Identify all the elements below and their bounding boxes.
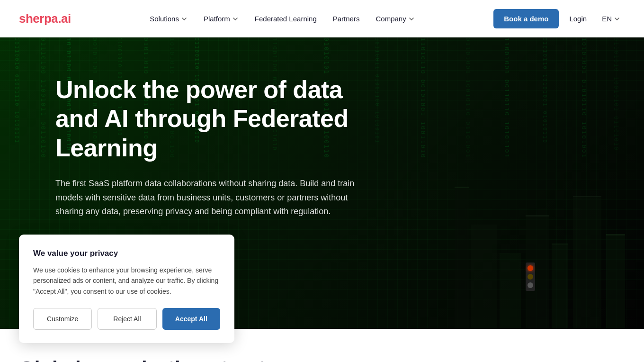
logo-text: sherpa.ai [19,11,71,26]
nav-item-partners[interactable]: Partners [326,11,367,27]
hero-content: Unlock the power of data and AI through … [0,37,388,219]
nav-item-company[interactable]: Company [369,11,421,27]
language-selector[interactable]: EN [597,11,625,27]
cookie-title: We value your privacy [33,249,220,258]
cookie-banner: We value your privacy We use cookies to … [19,235,234,343]
cookie-buttons: Customize Reject All Accept All [33,308,220,330]
below-hero-title: Global organizations trust Sherpa.ai [19,357,350,362]
chevron-down-icon [614,16,620,22]
nav-links: Solutions Platform Federated Learning Pa… [143,11,421,27]
login-link[interactable]: Login [564,11,591,27]
chevron-down-icon [232,16,239,22]
logo[interactable]: sherpa.ai [19,11,71,26]
chevron-down-icon [181,16,188,22]
nav-item-platform[interactable]: Platform [197,11,245,27]
customize-button[interactable]: Customize [33,308,92,330]
nav-right: Book a demo Login EN [493,9,625,28]
navbar: sherpa.ai Solutions Platform Federated L… [0,0,644,37]
hero-title: Unlock the power of data and AI through … [55,75,388,163]
chevron-down-icon [408,16,415,22]
nav-item-federated-learning[interactable]: Federated Learning [248,11,323,27]
accept-all-button[interactable]: Accept All [162,308,220,330]
hero-subtitle: The first SaaS platform data collaborati… [55,177,377,219]
reject-all-button[interactable]: Reject All [98,308,156,330]
nav-item-solutions[interactable]: Solutions [143,11,194,27]
cookie-text: We use cookies to enhance your browsing … [33,265,220,297]
book-demo-button[interactable]: Book a demo [493,9,559,28]
